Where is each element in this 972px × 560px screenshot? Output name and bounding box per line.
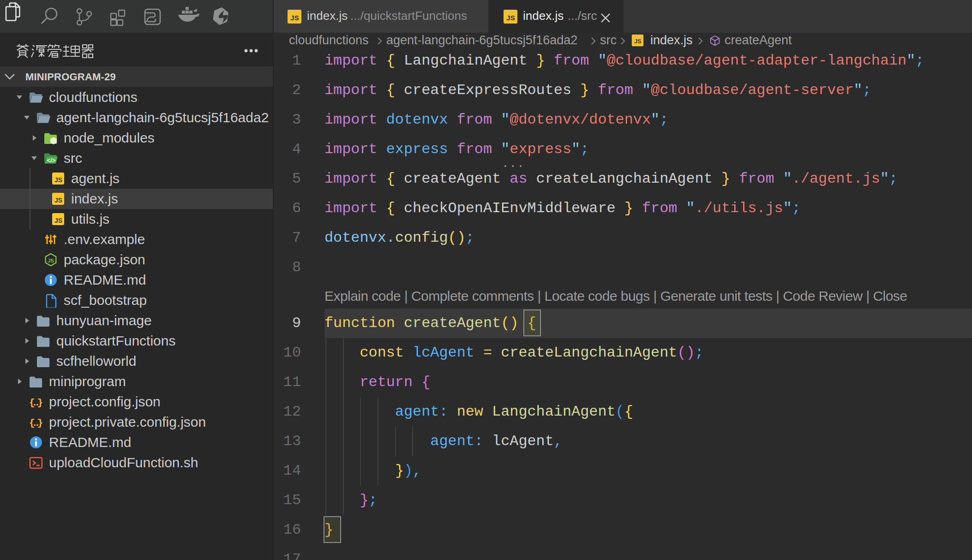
svg-text:JS: JS (506, 14, 515, 22)
svg-text:JS: JS (634, 38, 641, 45)
svg-text:JS: JS (290, 14, 299, 22)
